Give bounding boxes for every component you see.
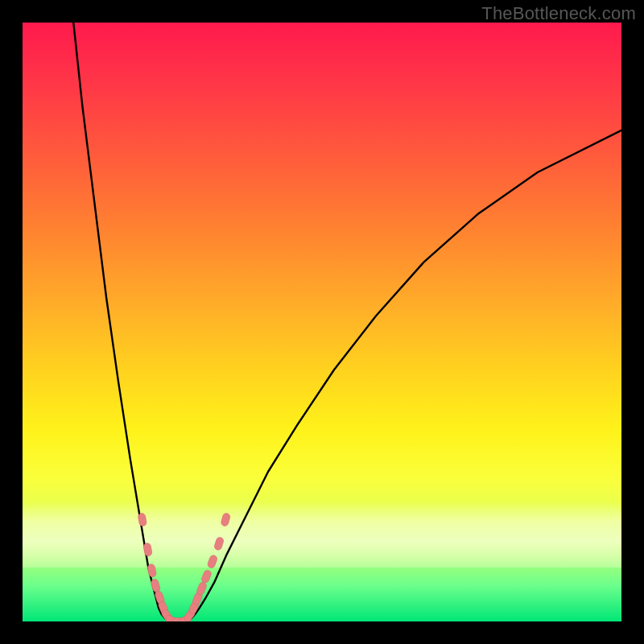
- svg-rect-3: [151, 578, 161, 592]
- curve-marker: [213, 536, 224, 551]
- curve-marker: [151, 578, 161, 592]
- curve-marker: [143, 543, 153, 556]
- curve-layer: [23, 23, 621, 621]
- plot-area: [23, 23, 621, 621]
- svg-rect-14: [200, 569, 212, 584]
- curve-marker: [221, 513, 231, 527]
- svg-rect-1: [143, 543, 153, 556]
- svg-rect-0: [138, 513, 147, 526]
- svg-rect-2: [147, 564, 157, 578]
- curve-marker: [207, 555, 218, 569]
- chart-frame: TheBottleneck.com: [0, 0, 644, 644]
- bottleneck-curve: [73, 23, 621, 621]
- curve-marker: [200, 569, 212, 584]
- svg-rect-15: [207, 555, 218, 569]
- svg-rect-16: [213, 536, 224, 551]
- watermark-text: TheBottleneck.com: [481, 3, 636, 24]
- curve-marker: [138, 513, 147, 526]
- curve-marker: [147, 564, 157, 578]
- svg-rect-17: [221, 513, 231, 527]
